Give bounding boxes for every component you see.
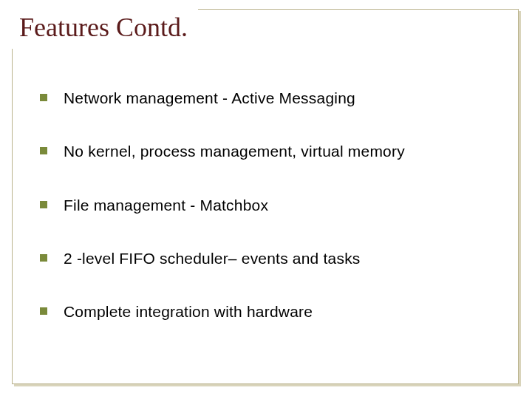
bullet-text: No kernel, process management, virtual m… (64, 142, 405, 161)
slide-body: Network management - Active Messaging No… (40, 89, 502, 355)
list-item: File management - Matchbox (40, 196, 502, 215)
bullet-icon (40, 147, 47, 154)
bullet-text: File management - Matchbox (64, 196, 268, 215)
title-container: Features Contd. (12, 9, 198, 49)
bullet-icon (40, 94, 47, 101)
bullet-text: 2 -level FIFO scheduler– events and task… (64, 249, 361, 268)
list-item: 2 -level FIFO scheduler– events and task… (40, 249, 502, 268)
list-item: No kernel, process management, virtual m… (40, 142, 502, 161)
list-item: Complete integration with hardware (40, 302, 502, 321)
bullet-icon (40, 201, 47, 208)
bullet-icon (40, 307, 47, 315)
slide: Features Contd. Network management - Act… (0, 0, 532, 399)
bullet-text: Complete integration with hardware (64, 302, 313, 321)
bullet-text: Network management - Active Messaging (64, 89, 355, 108)
list-item: Network management - Active Messaging (40, 89, 502, 108)
slide-title: Features Contd. (19, 13, 188, 43)
bullet-icon (40, 254, 47, 262)
